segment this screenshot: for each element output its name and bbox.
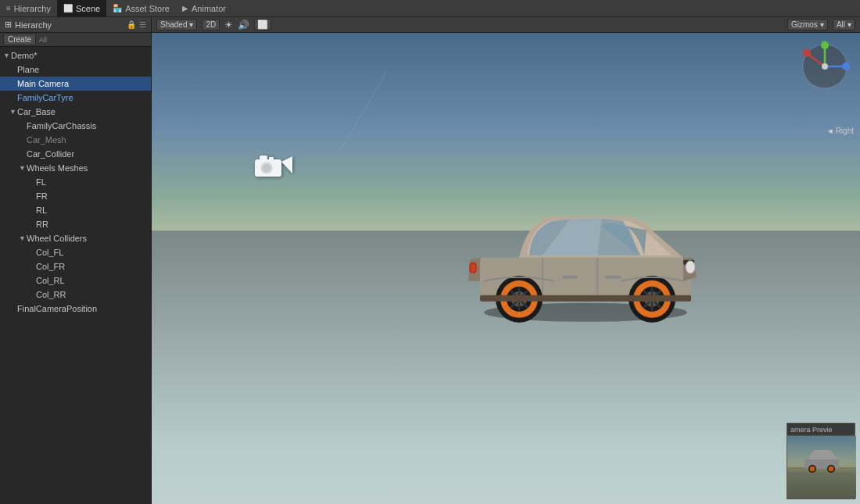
hierarchy-lock-icon[interactable]: 🔒 (127, 20, 136, 29)
tree-item-label: Col_RR (36, 290, 66, 299)
create-button[interactable]: Create (3, 34, 36, 45)
tree-item-label: Main Camera (17, 79, 69, 88)
svg-point-73 (829, 466, 834, 472)
tree-item-label: Car_Mesh (27, 135, 66, 145)
tab-asset-store[interactable]: 🏪 Asset Store (106, 0, 176, 17)
tab-scene[interactable]: ⬜ Scene (57, 0, 106, 17)
collapse-arrow[interactable]: ▼ (19, 164, 27, 172)
tree-item-final-camera[interactable]: FinalCameraPosition (0, 302, 151, 316)
animator-icon: ▶ (182, 4, 188, 13)
svg-rect-26 (269, 157, 274, 160)
tree-item-label: Plane (17, 65, 39, 74)
tree-item-label: FamilyCarChassis (27, 121, 96, 130)
tree-item-plane[interactable]: Plane (0, 63, 151, 77)
view-direction-label: ◄ Right (826, 127, 854, 135)
svg-point-66 (822, 63, 828, 70)
top-tab-bar: ≡ Hierarchy ⬜ Scene 🏪 Asset Store ▶ Anim… (0, 0, 860, 17)
svg-point-71 (810, 466, 815, 472)
tree-item-label: Car_Base (17, 107, 56, 116)
shading-dropdown[interactable]: Shaded ▾ (156, 19, 197, 30)
tree-item-label: FinalCameraPosition (17, 304, 97, 313)
svg-point-35 (686, 260, 695, 273)
tree-item-label: FR (36, 191, 48, 201)
svg-text:X: X (802, 47, 807, 54)
car-3d-model (453, 183, 718, 325)
collapse-arrow[interactable]: ▼ (9, 108, 17, 116)
tree-item-wheel-colliders[interactable]: ▼Wheel Colliders (0, 231, 151, 245)
tree-item-col-rr[interactable]: Col_RR (0, 288, 151, 302)
tree-item-car-collider[interactable]: Car_Collider (0, 147, 151, 161)
svg-rect-36 (470, 263, 476, 272)
hierarchy-panel: ⊞ Hierarchy 🔒 ☰ Create All ▼Demo*PlaneMa… (0, 17, 152, 504)
2d-button[interactable]: 2D (202, 19, 220, 30)
tree-item-label: FamilyCarTyre (17, 93, 73, 102)
tree-item-label: RR (36, 220, 48, 229)
svg-point-24 (263, 164, 271, 172)
tree-item-col-rl[interactable]: Col_RL (0, 273, 151, 288)
scene-icon: ⬜ (63, 4, 73, 13)
chevron-down-icon: ▾ (189, 20, 193, 29)
tree-item-col-fl[interactable]: Col_FL (0, 245, 151, 259)
hierarchy-grid-icon: ⊞ (5, 20, 12, 30)
scene-toolbar: Shaded ▾ 2D ☀ 🔊 ⬜ Gizmos ▾ All ▾ (152, 17, 860, 33)
svg-text:Z: Z (844, 64, 847, 71)
tree-item-label: Wheels Meshes (27, 163, 88, 173)
svg-marker-27 (281, 156, 292, 173)
gizmos-area: Gizmos ▾ All ▾ (787, 19, 855, 30)
tree-item-family-car-chassis[interactable]: FamilyCarChassis (0, 119, 151, 133)
tree-item-label: Car_Collider (27, 149, 74, 159)
svg-rect-68 (787, 467, 856, 499)
tree-item-label: Demo* (11, 51, 38, 60)
svg-rect-33 (605, 275, 621, 278)
svg-rect-32 (562, 275, 578, 278)
tree-item-main-camera[interactable]: Main Camera (0, 77, 151, 91)
tree-item-col-fr[interactable]: Col_FR (0, 259, 151, 273)
tab-animator[interactable]: ▶ Animator (176, 0, 232, 17)
main-layout: ⊞ Hierarchy 🔒 ☰ Create All ▼Demo*PlaneMa… (0, 17, 860, 504)
all-label[interactable]: All (39, 36, 47, 44)
tree-item-wheels-meshes[interactable]: ▼Wheels Meshes (0, 161, 151, 175)
gizmo-axes: Z Y X (797, 39, 852, 94)
hierarchy-header: ⊞ Hierarchy 🔒 ☰ (0, 17, 151, 33)
tree-item-car-base[interactable]: ▼Car_Base (0, 105, 151, 119)
tree-item-fr[interactable]: FR (0, 189, 151, 203)
scene-viewport[interactable]: Z Y X ◄ Right (152, 33, 860, 504)
gizmos-dropdown[interactable]: Gizmos ▾ (787, 19, 828, 30)
chevron-down-icon-2: ▾ (820, 20, 824, 29)
collapse-arrow[interactable]: ▼ (19, 234, 27, 242)
camera-preview-window: amera Previe (787, 423, 855, 499)
asset-store-icon: 🏪 (113, 4, 122, 13)
svg-rect-55 (480, 295, 691, 301)
aspect-icon[interactable]: ⬜ (254, 19, 271, 30)
audio-icon[interactable]: 🔊 (238, 20, 249, 30)
hierarchy-icon: ≡ (6, 4, 11, 13)
tree-item-family-car-tyre[interactable]: FamilyCarTyre (0, 91, 151, 105)
tab-hierarchy[interactable]: ≡ Hierarchy (0, 0, 57, 17)
scene-area: Shaded ▾ 2D ☀ 🔊 ⬜ Gizmos ▾ All ▾ (152, 17, 860, 504)
sun-icon[interactable]: ☀ (224, 20, 233, 30)
tree-item-fl[interactable]: FL (0, 175, 151, 189)
svg-rect-25 (260, 155, 267, 160)
all-dropdown[interactable]: All ▾ (833, 19, 855, 30)
tree-item-label: Wheel Colliders (27, 234, 87, 243)
collapse-arrow[interactable]: ▼ (3, 52, 11, 59)
tree-item-label: Col_FL (36, 248, 63, 257)
right-arrow-icon: ◄ (826, 127, 834, 135)
camera-preview-image (787, 436, 856, 499)
chevron-down-icon-3: ▾ (847, 20, 851, 29)
tree-item-rl[interactable]: RL (0, 203, 151, 217)
tree-item-label: Col_RL (36, 276, 65, 285)
hierarchy-toolbar: Create All (0, 33, 151, 47)
tree-item-label: RL (36, 206, 47, 215)
tree-item-car-mesh[interactable]: Car_Mesh (0, 133, 151, 147)
camera-object (253, 150, 292, 185)
tree-item-label: Col_FR (36, 262, 65, 271)
hierarchy-tree[interactable]: ▼Demo*PlaneMain CameraFamilyCarTyre▼Car_… (0, 47, 151, 504)
camera-preview-header: amera Previe (787, 424, 855, 436)
tree-item-demo[interactable]: ▼Demo* (0, 48, 151, 63)
hierarchy-menu-icon[interactable]: ☰ (139, 20, 146, 29)
tree-item-label: FL (36, 177, 46, 187)
tree-item-rr[interactable]: RR (0, 217, 151, 231)
svg-text:Y: Y (822, 39, 826, 46)
